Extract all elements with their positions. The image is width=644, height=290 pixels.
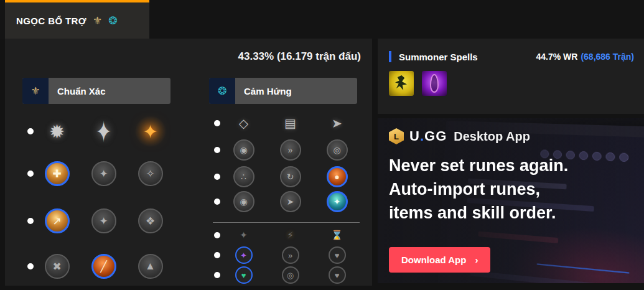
rune-slot: ➤ (267, 191, 314, 212)
page: NGỌC BỔ TRỢ ⚜ ❂ 43.33% (16.179 trận đấu)… (0, 0, 644, 290)
shards-divider (213, 222, 360, 223)
rune-first-strike-icon: ➤ (327, 113, 348, 134)
rune-slot: ♥ (314, 246, 360, 264)
tab-runes[interactable]: NGỌC BỔ TRỢ ⚜ ❂ (5, 0, 149, 39)
rune-slot: ✦ (80, 161, 127, 186)
precision-tree-icon: ⚜ (22, 78, 49, 104)
rune-slot: ◉ (220, 191, 267, 212)
rune-adaptive-force-shard-icon: ✦ (235, 246, 253, 264)
primary-tree-name: Chuẩn Xác (57, 86, 106, 96)
rune-health-shard-icon: ♥ (329, 266, 346, 284)
rune-unsealed-spellbook-icon: ▤ (280, 113, 301, 134)
ugg-logo-icon: L (389, 128, 404, 144)
rune-slot: ✦ (127, 115, 174, 147)
row-bullet-icon (214, 174, 220, 180)
rune-slot: » (267, 139, 314, 161)
summoner-spells-winrate: 44.7% WR (536, 52, 577, 62)
rune-health-scaling-shard-icon: ♥ (329, 246, 346, 264)
teleport-spell-icon (422, 71, 447, 96)
rune-last-stand-icon: ▲ (138, 254, 163, 279)
promo-suffix: Desktop App (454, 129, 530, 144)
rune-lethal-tempo-icon: ✦ (88, 115, 120, 147)
rune-presence-of-mind-icon: ✧ (138, 161, 163, 186)
row-bullet-icon (214, 147, 220, 153)
promo-headline: Never set runes again. Auto-import runes… (389, 154, 644, 225)
summoner-spells-panel: Summoner Spells 44.7% WR(68,686 Trận) (378, 39, 644, 114)
rune-slot: ● (314, 166, 360, 187)
rune-absorb-life-icon: ✚ (45, 161, 70, 186)
download-app-button[interactable]: Download App › (389, 247, 490, 273)
desktop-app-promo[interactable]: L U.GG Desktop App Never set runes again… (378, 118, 644, 283)
primary-tree-header: ⚜ Chuẩn Xác (22, 78, 170, 104)
rune-slot: ✹ (34, 115, 80, 147)
rune-slot: ◉ (220, 139, 267, 161)
promo-headline-line2: Auto-import runes, (389, 178, 644, 202)
rune-row: ✦⚡⌛ (209, 228, 365, 243)
rune-slot: ↻ (267, 166, 314, 187)
promo-content: L U.GG Desktop App Never set runes again… (378, 118, 644, 283)
chevron-right-icon: › (475, 255, 478, 265)
rune-slot: ✚ (34, 161, 80, 186)
inspiration-tree-icon: ❂ (108, 16, 117, 26)
rune-fleet-footwork-icon: ✦ (134, 115, 167, 147)
rune-triumph-icon: ✦ (91, 161, 116, 186)
rune-slot: ∴ (220, 166, 267, 187)
rune-slot: » (267, 246, 314, 264)
runes-panel: 43.33% (16.179 trận đấu) ⚜ Chuẩn Xác ✹✦✦… (5, 39, 372, 286)
inspiration-tree-icon: ❂ (209, 78, 235, 104)
rune-row: ✹✦✦ (22, 115, 178, 147)
secondary-tree-name: Cảm Hứng (244, 86, 292, 96)
rune-hextech-flashtraption-icon: ◉ (233, 139, 254, 161)
rune-slot: ▲ (127, 254, 174, 279)
rune-jack-of-all-trades-icon: ✦ (327, 191, 348, 212)
rune-row: ♥◎♥ (209, 266, 365, 284)
secondary-tree-column: ❂ Cảm Hứng ◇▤➤◉»◎∴↻●◉➤✦ ✦⚡⌛✦»♥♥◎♥ (209, 39, 365, 284)
rune-slot: ⌛ (314, 228, 360, 243)
download-app-label: Download App (401, 255, 466, 265)
rune-row: ◇▤➤ (209, 113, 365, 134)
summoner-spells-stats: 44.7% WR(68,686 Trận) (536, 52, 634, 62)
rune-triple-tonic-icon: ∴ (233, 166, 254, 187)
row-bullet-icon (214, 272, 220, 278)
rune-slot: ⚡ (267, 228, 314, 243)
rune-row: ◉➤✦ (209, 191, 365, 212)
rune-ability-haste-shard-icon: ⌛ (330, 228, 345, 243)
rune-slot: ♥ (314, 266, 360, 284)
tab-bar: NGỌC BỔ TRỢ ⚜ ❂ (0, 0, 644, 39)
ghost-spell-icon (389, 71, 414, 96)
promo-headline-line3: items and skill order. (389, 202, 644, 225)
summoner-spells-header: Summoner Spells 44.7% WR(68,686 Trận) (389, 51, 634, 62)
row-bullet-icon (214, 199, 220, 205)
rune-press-the-attack-icon: ✹ (41, 115, 73, 147)
rune-adaptive-force-shard-icon: ✦ (236, 228, 251, 243)
rune-row: ◉»◎ (209, 139, 365, 161)
secondary-rune-rows: ◇▤➤◉»◎∴↻●◉➤✦ (209, 113, 365, 212)
rune-slot: ╱ (80, 254, 127, 279)
rune-slot: ✦ (80, 115, 127, 147)
rune-coup-de-grace-icon: ✖ (45, 254, 70, 279)
promo-brand-row: L U.GG Desktop App (389, 128, 644, 144)
row-bullet-icon (27, 263, 34, 269)
row-bullet-icon (27, 128, 34, 134)
row-bullet-icon (27, 218, 34, 224)
primary-tree-column: ⚜ Chuẩn Xác ✹✦✦✚✦✧↗✦❖✖╱▲ (22, 39, 178, 279)
ugg-brand-text: U.GG (409, 128, 447, 144)
rune-magical-footwear-icon: » (280, 139, 301, 161)
rune-cash-back-icon: ◎ (327, 139, 348, 161)
rune-row: ↗✦❖ (22, 208, 178, 233)
rune-legend-haste-icon: ✦ (91, 208, 116, 233)
row-bullet-icon (214, 252, 220, 258)
rune-slot: ✦ (220, 246, 267, 264)
summoner-spell-icons (389, 71, 644, 96)
tab-runes-label: NGỌC BỔ TRỢ (16, 16, 86, 26)
secondary-tree-header: ❂ Cảm Hứng (209, 78, 357, 104)
rune-tenacity-shard-icon: ◎ (282, 266, 299, 284)
rune-slot: ◇ (220, 113, 267, 134)
rune-row: ✦»♥ (209, 246, 365, 264)
rune-move-speed-shard-icon: » (282, 246, 299, 264)
rune-row: ✖╱▲ (22, 254, 178, 279)
rune-row: ∴↻● (209, 166, 365, 187)
rune-slot: ↗ (34, 208, 80, 233)
blue-accent-bar (389, 51, 391, 62)
rune-slot: ✦ (220, 228, 267, 243)
